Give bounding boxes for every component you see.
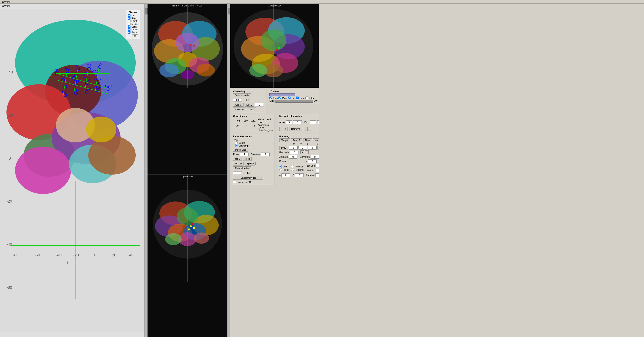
view-3d-panel: 3D view 3D view Left Right L SCE R SCE: [0, 4, 144, 337]
g-val[interactable]: [293, 120, 302, 124]
g-label-input[interactable]: [233, 171, 242, 175]
flip-ud-button[interactable]: flip UD: [244, 162, 256, 165]
clear-all-button[interactable]: Clear All: [233, 107, 246, 111]
scroll-thumb-center[interactable]: [228, 8, 230, 14]
legend-labels-check[interactable]: [128, 28, 130, 31]
legend-item-lsce[interactable]: L SCE: [128, 20, 138, 22]
col-checkbox[interactable]: [288, 96, 290, 99]
edge-checkbox[interactable]: [306, 96, 308, 99]
col-label: Col: [291, 97, 295, 99]
legend-item-right[interactable]: Right: [128, 17, 138, 19]
legend-conn-label: Conn: [131, 26, 136, 28]
parc-checkbox[interactable]: [296, 96, 299, 99]
rows-input[interactable]: [240, 153, 249, 156]
new-button[interactable]: New: [303, 138, 312, 142]
views-2d-slider[interactable]: [270, 93, 295, 96]
rot-r-button[interactable]: rot R: [243, 157, 252, 161]
label-button[interactable]: Label: [243, 171, 252, 175]
azimuth-input[interactable]: [289, 155, 298, 159]
center-views-panel: Right <--- Y plane view ---> Left: [148, 4, 227, 337]
ct-label: CT: [314, 100, 318, 103]
svg-text:0: 0: [9, 156, 11, 161]
first-second-input[interactable]: [316, 164, 319, 167]
cluster-count-input[interactable]: [233, 98, 242, 102]
legend-item-parcel[interactable]: Parcel: [128, 31, 138, 34]
g1-val[interactable]: [317, 120, 319, 124]
second-last-input2[interactable]: [315, 173, 319, 177]
remove-button[interactable]: Remove: [289, 127, 302, 131]
target-x-input[interactable]: [289, 146, 298, 150]
beta-input[interactable]: [295, 173, 304, 177]
legend-left-check[interactable]: [128, 14, 130, 17]
svg-point-115: [249, 64, 268, 77]
legend-rsce-check[interactable]: [128, 23, 130, 25]
array-plus-btn[interactable]: +: [284, 127, 288, 131]
target-z-input[interactable]: [308, 146, 316, 150]
label-from-list-button[interactable]: Label from list: [233, 176, 263, 180]
svg-point-83: [190, 44, 192, 45]
electrode-plus-btn[interactable]: +: [305, 150, 309, 154]
views-2d-title: 2D views: [270, 90, 318, 93]
del-c-button[interactable]: Del C: [244, 103, 254, 107]
svg-point-84: [193, 45, 195, 46]
target-button[interactable]: Target: [279, 138, 290, 142]
array-val[interactable]: [286, 120, 292, 124]
prev-button[interactable]: Prev: [279, 146, 288, 150]
del-c-val[interactable]: [255, 103, 264, 106]
legend-conn-check[interactable]: [128, 25, 130, 28]
electrode-val[interactable]: [290, 151, 299, 154]
legend-title: 3D view: [128, 11, 138, 13]
coord-x2: -25: [233, 125, 240, 128]
next-button[interactable]: Next: [318, 146, 319, 150]
legend-right-check[interactable]: [128, 17, 130, 19]
legend-item-rsce[interactable]: R SCE: [128, 23, 138, 25]
elec-val[interactable]: [310, 120, 316, 124]
legend-item-left[interactable]: Left: [128, 14, 138, 17]
cols-input[interactable]: [261, 153, 270, 156]
rot-l-button[interactable]: rot L: [233, 157, 242, 161]
grid-strip-radio[interactable]: [235, 144, 238, 147]
legend-item-conn[interactable]: Conn: [128, 25, 138, 28]
coord-z2: 2: [249, 125, 256, 128]
index-elec-button[interactable]: Index Elec: [233, 148, 248, 152]
scroll-thumb-left[interactable]: [145, 8, 148, 14]
elevation-input[interactable]: [310, 155, 319, 159]
depth-radio[interactable]: [235, 141, 238, 144]
plan-checkbox[interactable]: [278, 96, 281, 99]
y-plane-svg: [148, 4, 227, 174]
manual-index-button[interactable]: Manual Index: [233, 166, 251, 170]
right-radio[interactable]: [279, 168, 282, 171]
anterior-radio[interactable]: [291, 165, 294, 168]
target-y-input[interactable]: [298, 146, 307, 150]
undo-button[interactable]: Undo: [247, 107, 256, 111]
views-2d-section: 2D views Elec Plan: [268, 89, 319, 104]
name-button[interactable]: name: [313, 138, 319, 142]
elec-checkbox[interactable]: [270, 96, 272, 99]
posterior-radio[interactable]: [291, 168, 294, 171]
alpha-input[interactable]: [282, 173, 290, 177]
legend-r-button[interactable]: R: [132, 34, 138, 38]
elec-plus-btn[interactable]: +: [308, 127, 312, 131]
left-radio[interactable]: [279, 165, 282, 168]
svg-text:G1: G1: [54, 69, 59, 72]
array-minus-btn[interactable]: -: [279, 127, 283, 131]
legend-parcel-check[interactable]: [128, 31, 130, 34]
entry-p-button[interactable]: Entry P: [291, 138, 302, 142]
legend-item-labels[interactable]: Labels: [128, 28, 138, 31]
electrode-minus-btn[interactable]: -: [300, 150, 304, 154]
second-last-label2: 2nd-last: [306, 174, 315, 176]
legend-lsce-check[interactable]: [128, 20, 130, 22]
elec-minus-btn[interactable]: -: [304, 127, 308, 131]
second-last-input[interactable]: [316, 169, 319, 172]
clustering-section: Clustering Select voxels Clus Add C Del …: [232, 89, 266, 113]
flip-lr-button[interactable]: flip LR: [233, 162, 244, 165]
add-c-button[interactable]: Add C: [233, 103, 244, 107]
svg-text:y: y: [67, 259, 69, 264]
view-3d-title: 3D view: [2, 4, 10, 7]
clus-button[interactable]: Clus: [243, 98, 251, 102]
y-plane-title: Right <--- Y plane view ---> Left: [172, 4, 202, 7]
project-to-sce-checkbox[interactable]: [233, 181, 236, 183]
n-input[interactable]: [308, 159, 316, 163]
select-voxels-button[interactable]: Select voxels: [233, 93, 251, 97]
mri-slider[interactable]: [274, 100, 313, 103]
